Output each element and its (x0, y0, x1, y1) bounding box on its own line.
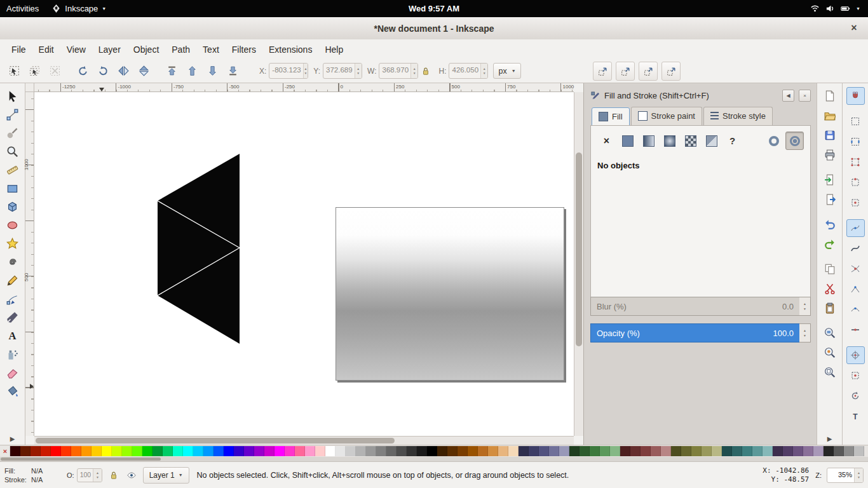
flip-vertical-button[interactable] (135, 62, 153, 80)
palette-remove-color[interactable]: × (0, 446, 10, 456)
spin-down-icon[interactable]: ▼ (483, 72, 486, 75)
snap-bbox-centers-toggle[interactable] (846, 194, 865, 212)
palette-color-12[interactable] (122, 446, 132, 456)
palette-color-75[interactable] (763, 446, 773, 456)
palette-color-45[interactable] (458, 446, 468, 456)
snap-bbox-edges-toggle[interactable] (846, 133, 865, 151)
node-tool[interactable] (3, 105, 22, 124)
palette-color-74[interactable] (752, 446, 763, 456)
opacity-trough[interactable]: Opacity (%) 100.0 (590, 323, 800, 342)
h-field[interactable]: 426.050▲▼ (449, 63, 488, 79)
opacity-field[interactable]: 100 ▲ ▼ (77, 468, 102, 482)
lock-width-height-button[interactable] (419, 64, 433, 78)
palette-color-20[interactable] (203, 446, 214, 456)
layer-visibility-toggle[interactable] (125, 469, 138, 482)
zoom-field[interactable]: 35% ▲ ▼ (827, 468, 864, 483)
palette-color-43[interactable] (437, 446, 447, 456)
palette-color-78[interactable] (793, 446, 803, 456)
menu-path[interactable]: Path (165, 41, 196, 58)
zoom-to-page-button[interactable] (820, 363, 839, 381)
palette-color-55[interactable] (559, 446, 569, 456)
spin-up-icon[interactable]: ▲ (803, 302, 806, 306)
transform-gradients-toggle[interactable] (639, 62, 658, 81)
raise-button[interactable] (183, 62, 201, 80)
selector-tool[interactable] (3, 87, 22, 105)
rotate-90-ccw-button[interactable] (74, 62, 92, 80)
open-document-button[interactable] (820, 107, 839, 125)
cut-button[interactable] (820, 280, 839, 297)
paint-swatch-button[interactable] (702, 132, 721, 150)
spin-down-icon[interactable]: ▼ (803, 334, 806, 337)
spiral-tool[interactable] (3, 253, 22, 271)
palette-color-6[interactable] (61, 446, 71, 456)
palette-color-58[interactable] (590, 446, 600, 456)
snap-line-midpoints-toggle[interactable] (846, 321, 865, 339)
commands-expander-icon[interactable]: ▶ (827, 435, 832, 442)
menu-extensions[interactable]: Extensions (262, 41, 318, 58)
clock[interactable]: Wed 9:57 AM (409, 4, 459, 13)
palette-color-24[interactable] (244, 446, 254, 456)
palette-color-47[interactable] (478, 446, 488, 456)
palette-color-80[interactable] (813, 446, 824, 456)
palette-color-81[interactable] (824, 446, 834, 456)
palette-color-10[interactable] (102, 446, 112, 456)
spin-down-icon[interactable]: ▼ (96, 476, 99, 479)
palette-color-32[interactable] (325, 446, 336, 456)
blur-spinner[interactable]: ▲ ▼ (799, 297, 811, 316)
tab-stroke-paint[interactable]: Stroke paint (631, 107, 702, 125)
snap-nodes-toggle[interactable] (846, 219, 865, 237)
zoom-to-selection-button[interactable] (820, 324, 839, 342)
stroke-indicator-value[interactable]: N/A (31, 475, 62, 484)
spin-down-icon[interactable]: ▼ (413, 72, 416, 75)
palette-color-16[interactable] (163, 446, 173, 456)
palette-color-19[interactable] (193, 446, 203, 456)
palette-color-4[interactable] (41, 446, 51, 456)
palette-color-72[interactable] (732, 446, 742, 456)
palette-color-48[interactable] (488, 446, 498, 456)
horizontal-scrollbar[interactable] (34, 436, 574, 445)
palette-color-66[interactable] (671, 446, 681, 456)
opacity-spinner[interactable]: ▲ ▼ (799, 323, 811, 342)
dock-prev-button[interactable]: ◀ (782, 90, 794, 102)
palette-color-21[interactable] (214, 446, 224, 456)
spin-up-icon[interactable]: ▲ (96, 471, 99, 475)
menu-object[interactable]: Object (127, 41, 165, 58)
toolbox-expander-icon[interactable]: ▶ (10, 435, 15, 442)
select-all-button[interactable] (5, 62, 23, 80)
palette-color-76[interactable] (773, 446, 783, 456)
w-field[interactable]: 368.970▲▼ (379, 63, 418, 79)
menu-view[interactable]: View (60, 41, 92, 58)
snap-text-anchors-toggle[interactable] (846, 407, 865, 425)
palette-color-30[interactable] (305, 446, 315, 456)
app-menu-button[interactable]: Inkscape ▼ (51, 4, 106, 13)
spin-down-icon[interactable]: ▼ (803, 308, 806, 311)
gradient-rectangle-object[interactable] (336, 207, 564, 381)
palette-color-60[interactable] (610, 446, 620, 456)
palette-color-62[interactable] (630, 446, 641, 456)
snap-smooth-nodes-toggle[interactable] (846, 301, 865, 318)
layer-lock-toggle[interactable] (107, 469, 120, 482)
rectangle-tool[interactable] (3, 179, 22, 198)
menu-filters[interactable]: Filters (226, 41, 262, 58)
palette-color-17[interactable] (173, 446, 183, 456)
tab-fill[interactable]: Fill (592, 107, 630, 126)
palette-color-31[interactable] (315, 446, 325, 456)
palette-scrollbar[interactable] (0, 457, 868, 461)
palette-color-61[interactable] (620, 446, 630, 456)
snap-cusp-nodes-toggle[interactable] (846, 280, 865, 298)
horizontal-ruler[interactable]: -1250-1000-750-500-25002505007501000 (34, 83, 574, 92)
snap-bbox-corners-toggle[interactable] (846, 153, 865, 171)
spin-down-icon[interactable]: ▼ (304, 72, 308, 75)
spin-down-icon[interactable]: ▼ (356, 72, 360, 75)
palette-color-39[interactable] (397, 446, 407, 456)
copy-button[interactable] (820, 260, 839, 278)
palette-color-54[interactable] (549, 446, 559, 456)
palette-color-8[interactable] (81, 446, 92, 456)
opacity-slider[interactable]: Opacity (%) 100.0 ▲ ▼ (590, 323, 811, 342)
snap-bounding-box-toggle[interactable] (846, 112, 865, 130)
calligraphy-tool[interactable] (3, 308, 22, 327)
palette-color-73[interactable] (742, 446, 752, 456)
select-all-in-all-layers-button[interactable] (25, 62, 43, 80)
palette-color-69[interactable] (702, 446, 712, 456)
spin-down-icon[interactable]: ▼ (857, 476, 860, 479)
